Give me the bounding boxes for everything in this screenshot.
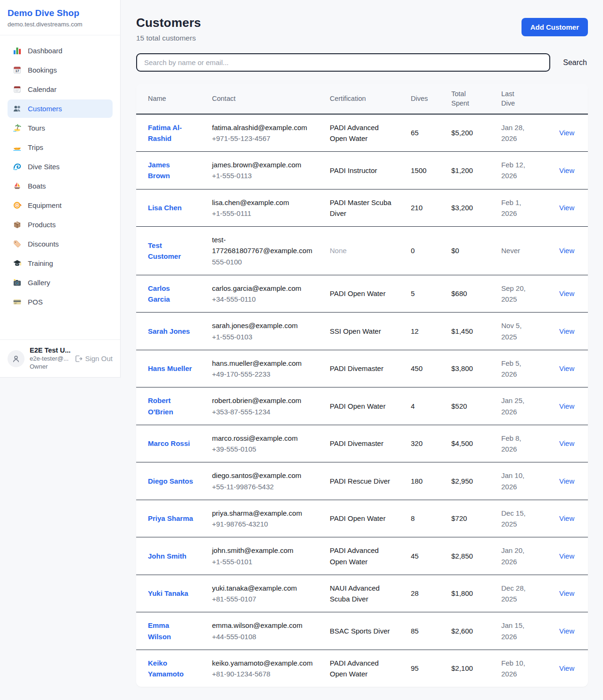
customer-phone: +39-555-0105	[212, 444, 311, 454]
customer-email: hans.mueller@example.com	[212, 358, 311, 369]
customer-name-link[interactable]: Fatima Al-Rashid	[148, 124, 182, 142]
customer-email: lisa.chen@example.com	[212, 197, 311, 208]
column-header-name: Name	[136, 84, 204, 114]
customer-phone: +34-555-0110	[212, 294, 311, 305]
sidebar-item-tours[interactable]: Tours	[8, 119, 113, 137]
customer-dives: 180	[403, 462, 444, 500]
user-name: E2E Test U...	[30, 346, 69, 355]
table-row: James Brown james.brown@example.com +1-5…	[136, 152, 588, 189]
customer-name-link[interactable]: Hans Mueller	[148, 364, 192, 372]
sidebar-item-trips[interactable]: Trips	[8, 138, 113, 156]
sidebar-item-label: Customers	[28, 105, 62, 113]
customer-total-spent: $0	[444, 227, 494, 275]
wave-icon	[13, 162, 22, 171]
customer-total-spent: $4,500	[444, 425, 494, 462]
customer-last-dive: Feb 10, 2026	[494, 650, 545, 687]
customer-phone: +55-11-99876-5432	[212, 481, 311, 492]
customer-total-spent: $3,200	[444, 189, 494, 227]
view-customer-link[interactable]: View	[559, 247, 574, 255]
customer-last-dive: Sep 20, 2025	[494, 275, 545, 313]
customer-certification: PADI Advanced Open Water	[322, 114, 403, 152]
view-customer-link[interactable]: View	[559, 129, 574, 137]
customer-name-link[interactable]: Diego Santos	[148, 477, 193, 485]
customer-name-link[interactable]: Carlos Garcia	[148, 284, 170, 303]
search-input[interactable]	[136, 53, 550, 72]
view-customer-link[interactable]: View	[559, 439, 574, 447]
view-customer-link[interactable]: View	[559, 289, 574, 297]
view-customer-link[interactable]: View	[559, 664, 574, 672]
sidebar-item-equipment[interactable]: Equipment	[8, 196, 113, 214]
sidebar-item-dashboard[interactable]: Dashboard	[8, 41, 113, 60]
customer-count: 15 total customers	[136, 34, 201, 42]
column-header-dives: Dives	[403, 84, 444, 114]
table-body: Fatima Al-Rashid fatima.alrashid@example…	[136, 114, 588, 687]
customer-name-link[interactable]: Emma Wilson	[148, 621, 171, 640]
sign-out-label: Sign Out	[85, 354, 113, 362]
view-customer-link[interactable]: View	[559, 166, 574, 174]
view-customer-link[interactable]: View	[559, 364, 574, 372]
customer-last-dive: Never	[494, 227, 545, 275]
table-row: Carlos Garcia carlos.garcia@example.com …	[136, 275, 588, 313]
sidebar-item-discounts[interactable]: Discounts	[8, 235, 113, 253]
customer-certification: PADI Open Water	[322, 387, 403, 425]
sidebar-item-bookings[interactable]: Bookings	[8, 61, 113, 79]
sidebar-item-pos[interactable]: POS	[8, 293, 113, 311]
customer-last-dive: Feb 8, 2026	[494, 425, 545, 462]
view-customer-link[interactable]: View	[559, 627, 574, 635]
table-row: Yuki Tanaka yuki.tanaka@example.com +81-…	[136, 575, 588, 612]
customer-certification: PADI Instructor	[322, 152, 403, 189]
customer-name-link[interactable]: Sarah Jones	[148, 327, 190, 335]
customer-name-link[interactable]: Lisa Chen	[148, 204, 182, 212]
sailboat-icon	[13, 181, 22, 190]
sidebar-item-dive-sites[interactable]: Dive Sites	[8, 157, 113, 176]
customer-phone: +81-555-0107	[212, 593, 311, 604]
sidebar-item-label: POS	[28, 298, 43, 306]
add-customer-button[interactable]: Add Customer	[522, 18, 588, 36]
page-title: Customers	[136, 16, 201, 30]
customer-email: fatima.alrashid@example.com	[212, 122, 311, 133]
sidebar-item-label: Boats	[28, 182, 46, 190]
sign-out-button[interactable]: Sign Out	[74, 354, 113, 363]
customer-name-link[interactable]: Marco Rossi	[148, 439, 190, 447]
tag-icon	[13, 239, 22, 248]
sidebar-item-boats[interactable]: Boats	[8, 177, 113, 195]
customer-name-link[interactable]: Priya Sharma	[148, 514, 193, 522]
sidebar-item-training[interactable]: Training	[8, 254, 113, 272]
sidebar-item-products[interactable]: Products	[8, 215, 113, 234]
view-customer-link[interactable]: View	[559, 589, 574, 597]
customer-name-link[interactable]: Robert O'Brien	[148, 396, 173, 415]
customer-total-spent: $1,200	[444, 152, 494, 189]
sidebar-item-calendar[interactable]: Calendar	[8, 80, 113, 99]
customer-name-link[interactable]: John Smith	[148, 552, 187, 560]
view-customer-link[interactable]: View	[559, 552, 574, 560]
customer-last-dive: Feb 5, 2026	[494, 350, 545, 387]
sidebar-item-gallery[interactable]: Gallery	[8, 273, 113, 292]
customer-name-link[interactable]: James Brown	[148, 161, 170, 180]
customer-email: robert.obrien@example.com	[212, 395, 311, 406]
view-customer-link[interactable]: View	[559, 402, 574, 410]
view-customer-link[interactable]: View	[559, 514, 574, 522]
customer-phone: 555-0100	[212, 256, 311, 267]
view-customer-link[interactable]: View	[559, 327, 574, 335]
customer-name-link[interactable]: Yuki Tanaka	[148, 589, 188, 597]
customer-name-link[interactable]: Keiko Yamamoto	[148, 659, 184, 678]
view-customer-link[interactable]: View	[559, 477, 574, 485]
customer-dives: 210	[403, 189, 444, 227]
page-header: Customers 15 total customers Add Custome…	[121, 0, 603, 42]
customer-last-dive: Jan 25, 2026	[494, 387, 545, 425]
customer-certification: PADI Open Water	[322, 500, 403, 537]
table-head: NameContactCertificationDivesTotal Spent…	[136, 84, 588, 114]
user-email: e2e-tester@...	[30, 355, 69, 363]
sidebar-nav: Dashboard Bookings Calendar Customers To…	[0, 35, 120, 311]
calendar-date-icon	[13, 66, 22, 74]
sidebar-item-label: Dashboard	[28, 47, 62, 55]
sidebar-item-customers[interactable]: Customers	[8, 99, 113, 118]
customer-dives: 85	[403, 612, 444, 650]
view-customer-link[interactable]: View	[559, 204, 574, 212]
search-button[interactable]: Search	[562, 57, 588, 69]
customer-phone: +1-555-0101	[212, 556, 311, 567]
customer-last-dive: Feb 12, 2026	[494, 152, 545, 189]
customer-name-link[interactable]: Test Customer	[148, 241, 181, 260]
table-row: Lisa Chen lisa.chen@example.com +1-555-0…	[136, 189, 588, 227]
customer-email: marco.rossi@example.com	[212, 433, 311, 444]
